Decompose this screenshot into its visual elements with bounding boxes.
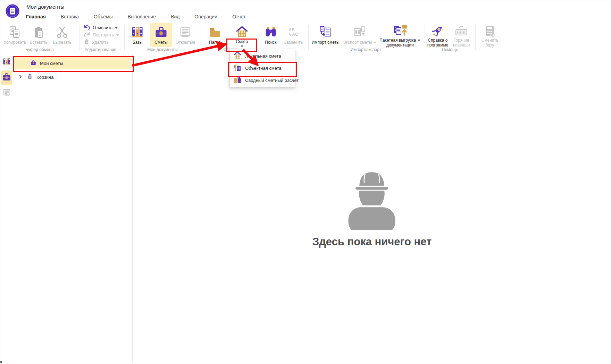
cut-button[interactable]: Вырезать bbox=[51, 23, 73, 47]
bases-button[interactable]: Базы bbox=[126, 23, 149, 47]
estimates-button[interactable]: Сметы bbox=[150, 23, 172, 47]
about-button[interactable]: Справка о программе bbox=[427, 23, 449, 47]
summary-estimate-buildings-icon bbox=[233, 75, 242, 85]
open-documents-icon bbox=[2, 88, 11, 99]
open-documents-button[interactable]: Открытые bbox=[174, 23, 197, 47]
main-content-area: Здесь пока ничего нет bbox=[133, 54, 611, 363]
tab-vid[interactable]: Вид bbox=[166, 12, 184, 22]
create-folder-label: Папка bbox=[209, 40, 221, 45]
hotkeys-button[interactable]: Горячие клавиши bbox=[450, 23, 472, 47]
change-database-icon bbox=[483, 24, 497, 38]
group-create: Папка Смета Создать bbox=[204, 23, 259, 53]
rocket-help-icon bbox=[431, 24, 445, 38]
group-separator bbox=[79, 25, 79, 50]
cut-label: Вырезать bbox=[53, 40, 71, 45]
tab-vypolnenie[interactable]: Выполнение bbox=[123, 12, 161, 22]
export-dropdown-caret bbox=[374, 42, 376, 43]
group-label-editing: Редактирование bbox=[82, 47, 119, 52]
estimates-label: Сметы bbox=[154, 40, 167, 45]
binoculars-search-icon bbox=[264, 24, 278, 40]
group-my-documents: Базы Сметы Открытые Мои документы bbox=[126, 23, 199, 53]
local-estimate-house-icon bbox=[233, 51, 242, 61]
change-database-button[interactable]: Сменить базу bbox=[478, 23, 502, 47]
undo-button[interactable]: Отменить bbox=[84, 25, 117, 31]
empty-state-text: Здесь пока ничего нет bbox=[133, 236, 611, 248]
paste-label: Вставить bbox=[30, 40, 48, 45]
redo-button[interactable]: Повторить bbox=[84, 32, 117, 38]
construction-worker-icon bbox=[341, 161, 402, 231]
replace-ab-ac-icon: AB↳AC bbox=[288, 24, 298, 40]
create-estimate-button[interactable]: Смета bbox=[229, 23, 254, 47]
group-search: Поиск AB↳AC Заменить bbox=[261, 23, 307, 53]
menu-item-label: Локальная смета bbox=[245, 53, 281, 59]
rail-bases-button[interactable] bbox=[1, 55, 12, 70]
group-label-import-export: Импорт/экспорт bbox=[310, 47, 422, 52]
copy-button[interactable]: Копировать bbox=[4, 23, 26, 47]
documents-tree-panel: Мои сметы Корзина bbox=[13, 54, 133, 363]
import-estimate-icon bbox=[319, 24, 333, 40]
delete-label: Удалить bbox=[92, 40, 109, 45]
bases-label: Базы bbox=[133, 40, 143, 45]
keyboard-icon bbox=[454, 24, 468, 38]
window-title: Мои документы bbox=[26, 4, 64, 10]
group-label-help: Помощь bbox=[427, 47, 473, 52]
tab-operacii[interactable]: Операции bbox=[190, 12, 222, 22]
change-database-label-line1: Сменить bbox=[482, 38, 499, 43]
copy-label: Копировать bbox=[4, 40, 26, 45]
menu-item-summary-estimate[interactable]: Сводный сметный расчет bbox=[230, 74, 295, 86]
resize-grip bbox=[0, 361, 2, 363]
delete-button[interactable]: Удалить bbox=[84, 39, 117, 45]
cut-scissors-icon bbox=[56, 24, 69, 40]
import-estimate-label: Импорт сметы bbox=[312, 40, 340, 45]
tree-item-label: Корзина bbox=[36, 75, 54, 80]
create-estimate-label: Смета bbox=[236, 40, 248, 44]
trash-icon bbox=[27, 74, 33, 81]
group-separator bbox=[124, 25, 125, 50]
batch-upload-dropdown-caret bbox=[418, 40, 420, 41]
replace-label: Заменить bbox=[284, 40, 303, 45]
group-help: Справка о программе Горячие клавиши Помо… bbox=[427, 23, 473, 53]
batch-upload-button[interactable]: Пакетная выгрузка документации bbox=[378, 23, 422, 47]
briefcase-icon bbox=[154, 24, 168, 40]
chevron-right-icon[interactable] bbox=[19, 75, 22, 80]
rail-open-documents-button[interactable] bbox=[1, 86, 12, 100]
group-clipboard: Копировать Вставить Вырезать Буфер обмен… bbox=[3, 23, 76, 53]
create-folder-button[interactable]: Папка bbox=[204, 23, 225, 47]
menu-item-label: Сводный сметный расчет bbox=[245, 78, 299, 83]
replace-button[interactable]: AB↳AC Заменить bbox=[282, 23, 305, 47]
paste-button[interactable]: Вставить bbox=[28, 23, 49, 47]
tab-glavnaya[interactable]: Главная bbox=[21, 12, 51, 22]
tab-otchet[interactable]: Отчет bbox=[227, 12, 250, 22]
ribbon-toolbar: Копировать Вставить Вырезать Буфер обмен… bbox=[0, 22, 611, 54]
tab-obyomy[interactable]: Объёмы bbox=[89, 12, 118, 22]
import-estimate-button[interactable]: Импорт сметы bbox=[310, 23, 341, 47]
export-estimate-button[interactable]: Экспорт сметы bbox=[342, 23, 377, 47]
redo-dropdown-caret[interactable] bbox=[116, 34, 119, 36]
tab-vstavka[interactable]: Вставка bbox=[56, 12, 84, 22]
menu-item-object-estimate[interactable]: Объектная смета bbox=[230, 62, 295, 74]
tree-item-recycle-bin[interactable]: Корзина bbox=[14, 71, 131, 83]
change-database-label-line2: базу bbox=[486, 43, 494, 48]
bases-binders-icon bbox=[2, 57, 11, 68]
object-estimate-crane-icon bbox=[233, 63, 242, 73]
menu-item-local-estimate[interactable]: Локальная смета bbox=[230, 50, 295, 62]
group-change-database: Сменить базу bbox=[478, 23, 502, 53]
undo-dropdown-caret[interactable] bbox=[115, 27, 118, 29]
briefcase-icon bbox=[2, 72, 11, 83]
rail-estimates-button[interactable] bbox=[1, 70, 12, 85]
group-separator bbox=[425, 25, 425, 50]
about-label-line1: Справка о bbox=[428, 38, 447, 43]
top-bar: Мои документы Главная Вставка Объёмы Вып… bbox=[0, 0, 611, 22]
bases-binders-icon bbox=[131, 24, 144, 40]
app-logo-grid-document-icon bbox=[6, 4, 19, 18]
open-documents-label: Открытые bbox=[176, 40, 195, 45]
undo-icon bbox=[84, 24, 90, 31]
batch-upload-icon bbox=[392, 24, 408, 38]
estimate-dropdown-menu: Локальная смета Объектная смета Сводный … bbox=[229, 49, 295, 87]
undo-label: Отменить bbox=[93, 25, 112, 30]
tree-item-my-estimates[interactable]: Мои сметы bbox=[14, 57, 131, 69]
folder-icon bbox=[208, 24, 222, 40]
export-estimate-icon bbox=[353, 24, 367, 40]
group-editing: Отменить Повторить Удалить Редактировани… bbox=[82, 23, 119, 53]
search-button[interactable]: Поиск bbox=[261, 23, 280, 47]
